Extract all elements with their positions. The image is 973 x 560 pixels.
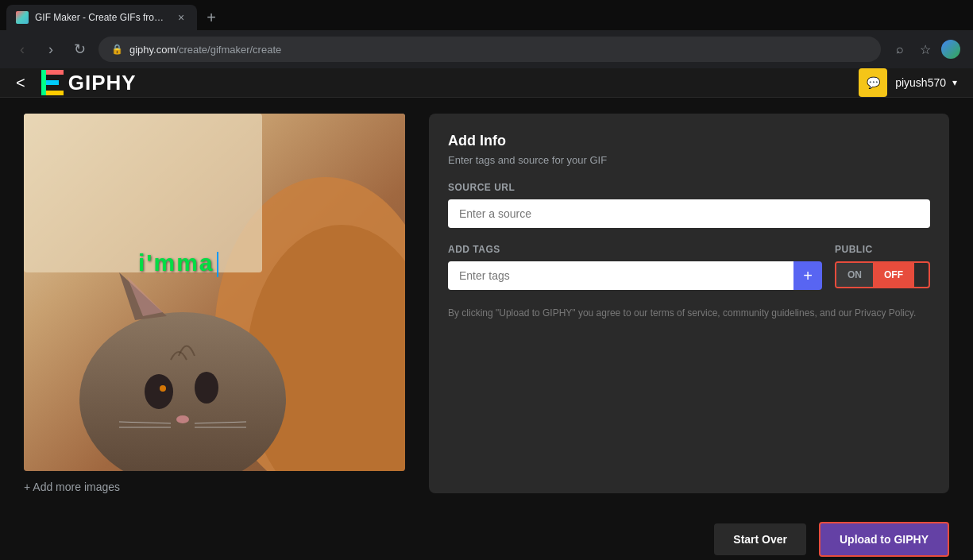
giphy-logo-text: GIPHY (68, 71, 137, 95)
toggle-on-button[interactable]: ON (836, 263, 873, 287)
source-label: Source URL (448, 182, 930, 193)
info-subtitle: Enter tags and source for your GIF (448, 154, 930, 166)
info-card: Add Info Enter tags and source for your … (429, 114, 949, 493)
back-button[interactable]: < (16, 74, 25, 92)
profile-icon[interactable] (941, 40, 960, 59)
gif-preview: i'mma (24, 114, 405, 471)
toggle-container: ON OFF (835, 261, 930, 288)
lock-icon: 🔒 (111, 44, 123, 55)
toggle-off-button[interactable]: OFF (873, 263, 914, 287)
back-nav-button[interactable]: ‹ (13, 41, 32, 58)
svg-point-13 (176, 415, 189, 423)
source-input[interactable] (448, 199, 930, 228)
reload-button[interactable]: ↻ (70, 41, 89, 58)
browser-chrome: GIF Maker - Create GIFs from Vid × + ‹ ›… (0, 0, 973, 68)
info-title: Add Info (448, 133, 930, 149)
app-content: < GIPHY 💬 piyush570 ▾ (0, 68, 973, 560)
tags-row: Add Tags + Public ON OFF (448, 244, 930, 290)
tab-title: GIF Maker - Create GIFs from Vid (35, 12, 168, 23)
start-over-button[interactable]: Start Over (714, 523, 806, 555)
url-text: giphy.com/create/gifmaker/create (129, 44, 281, 56)
svg-rect-3 (46, 91, 64, 95)
public-section: Public ON OFF (835, 244, 930, 288)
info-panel: Add Info Enter tags and source for your … (429, 114, 949, 493)
forward-nav-button[interactable]: › (41, 41, 60, 58)
add-images-button[interactable]: + Add more images (24, 481, 405, 493)
new-tab-button[interactable]: + (200, 6, 222, 29)
giphy-logo: GIPHY (41, 70, 137, 95)
active-tab[interactable]: GIF Maker - Create GIFs from Vid × (6, 5, 197, 30)
svg-point-12 (160, 385, 166, 392)
terms-text: By clicking "Upload to GIPHY" you agree … (448, 306, 930, 320)
avatar-icon: 💬 (867, 76, 880, 89)
svg-rect-0 (41, 70, 46, 95)
url-domain: giphy.com (129, 44, 176, 56)
username-label: piyush570 (895, 76, 946, 89)
upload-to-giphy-button[interactable]: Upload to GIPHY (819, 522, 949, 557)
main-area: i'mma + Add more images Add Info Enter t… (0, 98, 973, 509)
tab-favicon (16, 11, 29, 24)
public-label: Public (835, 244, 930, 255)
svg-rect-2 (46, 80, 59, 85)
svg-point-10 (145, 374, 173, 409)
svg-rect-1 (46, 70, 64, 75)
svg-point-11 (195, 372, 218, 404)
action-bar: Start Over Upload to GIPHY (0, 509, 973, 560)
tags-input-row: + (448, 261, 822, 290)
tags-label: Add Tags (448, 244, 822, 255)
address-icons: ⌕ ☆ (890, 40, 960, 59)
gif-panel: i'mma + Add more images (24, 114, 405, 493)
user-avatar: 💬 (859, 68, 887, 97)
gif-overlay-text: i'mma (138, 249, 218, 277)
address-bar: ‹ › ↻ 🔒 giphy.com/create/gifmaker/create… (0, 30, 973, 68)
tags-left: Add Tags + (448, 244, 822, 290)
app-header: < GIPHY 💬 piyush570 ▾ (0, 68, 973, 98)
url-bar[interactable]: 🔒 giphy.com/create/gifmaker/create (98, 37, 881, 62)
svg-rect-18 (24, 114, 262, 272)
giphy-logo-icon (41, 70, 64, 95)
tab-bar: GIF Maker - Create GIFs from Vid × + (0, 0, 973, 30)
cat-svg (24, 114, 405, 471)
tags-input[interactable] (448, 261, 793, 290)
cat-image: i'mma (24, 114, 405, 471)
user-dropdown-arrow[interactable]: ▾ (952, 77, 957, 88)
star-icon[interactable]: ☆ (916, 42, 935, 57)
add-images-label: + Add more images (24, 481, 120, 493)
text-cursor (217, 252, 218, 277)
tab-close-button[interactable]: × (175, 11, 187, 24)
tags-add-button[interactable]: + (793, 261, 822, 290)
search-icon[interactable]: ⌕ (890, 42, 909, 56)
url-path: /create/gifmaker/create (176, 44, 281, 56)
